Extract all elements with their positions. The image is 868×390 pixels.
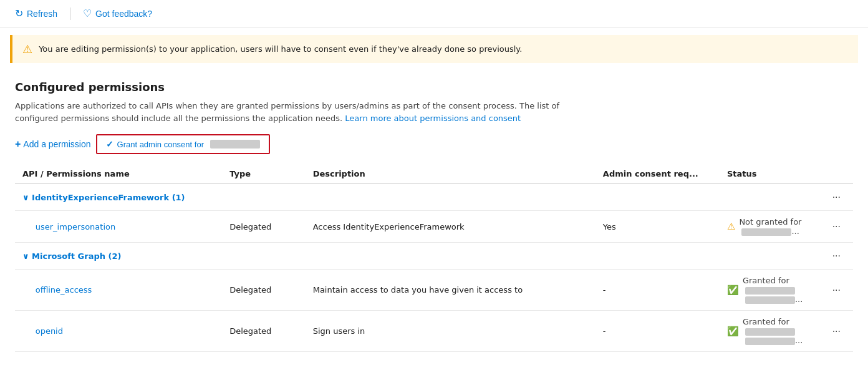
permission-type-offline-access: Delegated — [222, 270, 305, 311]
feedback-label: Got feedback? — [95, 9, 152, 19]
permission-link-offline-access[interactable]: offline_access — [36, 285, 92, 295]
col-header-api: API / Permissions name — [15, 164, 222, 184]
success-status-icon-offline: ✅ — [727, 285, 739, 296]
tenant-name-blurred — [210, 140, 260, 149]
toolbar: ↻ Refresh ♡ Got feedback? — [0, 0, 868, 27]
col-header-status: Status — [720, 164, 820, 184]
chevron-icon-identity: ∨ — [22, 193, 32, 202]
refresh-icon: ↻ — [15, 7, 23, 19]
group-row-microsoft-graph: ∨ Microsoft Graph (2) ··· — [15, 243, 853, 270]
permission-admin-req-offline-access: - — [596, 270, 720, 311]
action-bar: + Add a permission ✓ Grant admin consent… — [15, 134, 853, 154]
permission-menu-button-user-impersonation[interactable]: ··· — [827, 220, 846, 233]
main-content: Configured permissions Applications are … — [0, 71, 868, 362]
permission-desc-openid: Sign users in — [306, 311, 596, 352]
group-link-microsoft-graph[interactable]: Microsoft Graph (2) — [32, 251, 121, 261]
table-row: offline_access Delegated Maintain access… — [15, 270, 853, 311]
checkmark-icon: ✓ — [106, 139, 113, 149]
permission-desc-offline-access: Maintain access to data you have given i… — [306, 270, 596, 311]
permission-type-user-impersonation: Delegated — [222, 211, 305, 243]
col-header-type: Type — [222, 164, 305, 184]
refresh-label: Refresh — [27, 9, 57, 19]
success-status-icon-openid: ✅ — [727, 326, 739, 337]
chevron-icon-graph: ∨ — [22, 251, 32, 261]
permission-link-openid[interactable]: openid — [36, 326, 63, 336]
feedback-button[interactable]: ♡ Got feedback? — [78, 5, 157, 22]
col-header-actions — [820, 164, 853, 184]
permission-status-user-impersonation: ⚠ Not granted for ... — [720, 211, 820, 243]
permission-actions-user-impersonation: ··· — [820, 211, 853, 243]
group-menu-button-identity[interactable]: ··· — [827, 190, 846, 204]
warning-status-icon: ⚠ — [727, 221, 735, 232]
group-name-identity: ∨ IdentityExperienceFramework (1) — [15, 184, 820, 211]
table-row: user_impersonation Delegated Access Iden… — [15, 211, 853, 243]
group-actions-identity: ··· — [820, 184, 853, 211]
refresh-button[interactable]: ↻ Refresh — [10, 5, 62, 22]
permission-menu-button-openid[interactable]: ··· — [827, 324, 846, 338]
warning-text: You are editing permission(s) to your ap… — [39, 44, 522, 54]
permission-admin-req-openid: - — [596, 311, 720, 352]
col-header-description: Description — [306, 164, 596, 184]
permission-desc-user-impersonation: Access IdentityExperienceFramework — [306, 211, 596, 243]
permission-name-openid: openid — [15, 311, 222, 352]
permission-actions-openid: ··· — [820, 311, 853, 352]
group-link-identity[interactable]: IdentityExperienceFramework (1) — [32, 193, 185, 202]
heart-icon: ♡ — [83, 7, 92, 19]
group-menu-button-microsoft-graph[interactable]: ··· — [827, 249, 846, 263]
group-row-identity: ∨ IdentityExperienceFramework (1) ··· — [15, 184, 853, 211]
warning-icon: ⚠ — [22, 42, 32, 56]
permission-status-openid: ✅ Granted for ... — [720, 311, 820, 352]
grant-consent-prefix: Grant admin consent for — [117, 140, 204, 149]
col-header-admin-consent: Admin consent req... — [596, 164, 720, 184]
permission-name-offline-access: offline_access — [15, 270, 222, 311]
learn-more-link[interactable]: Learn more about permissions and consent — [345, 114, 521, 123]
warning-banner: ⚠ You are editing permission(s) to your … — [10, 35, 858, 63]
grant-admin-consent-button[interactable]: ✓ Grant admin consent for — [96, 134, 270, 154]
permission-actions-offline-access: ··· — [820, 270, 853, 311]
status-text-user-impersonation: Not granted for ... — [739, 217, 812, 236]
permission-name-user-impersonation: user_impersonation — [15, 211, 222, 243]
permission-admin-req-user-impersonation: Yes — [596, 211, 720, 243]
section-title: Configured permissions — [15, 80, 853, 94]
permissions-table: API / Permissions name Type Description … — [15, 164, 853, 352]
table-body: ∨ IdentityExperienceFramework (1) ··· us… — [15, 184, 853, 352]
permission-link-user-impersonation[interactable]: user_impersonation — [36, 222, 116, 232]
group-name-microsoft-graph: ∨ Microsoft Graph (2) — [15, 243, 820, 270]
section-description: Applications are authorized to call APIs… — [15, 100, 576, 124]
status-text-offline-access: Granted for ... — [743, 276, 813, 304]
group-actions-microsoft-graph: ··· — [820, 243, 853, 270]
toolbar-divider — [70, 7, 70, 20]
status-text-openid: Granted for ... — [743, 317, 813, 345]
table-row: openid Delegated Sign users in - ✅ Grant… — [15, 311, 853, 352]
add-permission-label: Add a permission — [23, 139, 90, 149]
permission-type-openid: Delegated — [222, 311, 305, 352]
permission-status-offline-access: ✅ Granted for ... — [720, 270, 820, 311]
add-permission-button[interactable]: + Add a permission — [15, 136, 91, 152]
table-header: API / Permissions name Type Description … — [15, 164, 853, 184]
permission-menu-button-offline-access[interactable]: ··· — [827, 283, 846, 297]
plus-icon: + — [15, 139, 21, 150]
